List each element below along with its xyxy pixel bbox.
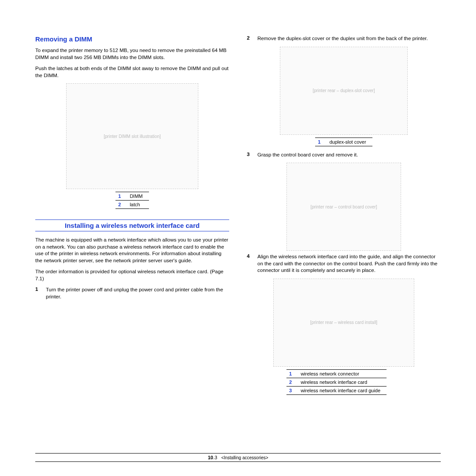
figure-duplex-cover: [printer rear – duplex-slot cover] (247, 47, 441, 135)
callout-num: 1 (115, 192, 127, 201)
callout-table-wireless: 1 wireless network connector 2 wireless … (286, 369, 387, 395)
figure-control-board: [printer rear – control board cover] (247, 163, 441, 251)
callout-num: 3 (286, 386, 298, 394)
printer-dimm-illustration: [printer DIMM slot illustration] (66, 83, 198, 189)
callout-label: latch (127, 201, 149, 209)
callout-table-duplex: 1 duplex-slot cover (315, 138, 372, 146)
heading-removing-dimm: Removing a DIMM (35, 35, 229, 43)
callout-num: 2 (115, 201, 127, 209)
table-row: 1 duplex-slot cover (315, 138, 372, 146)
printer-duplex-illustration: [printer rear – duplex-slot cover] (280, 47, 408, 135)
table-row: 3 wireless network interface card guide (286, 386, 387, 394)
table-row: 1 wireless network connector (286, 369, 387, 378)
callout-num: 2 (286, 378, 298, 386)
page-number-major: 10 (208, 455, 213, 460)
step-2: 2 Remove the duplex-slot cover or the du… (247, 35, 441, 42)
callout-label: wireless network interface card guide (298, 386, 387, 394)
printer-control-board-illustration: [printer rear – control board cover] (286, 163, 401, 251)
callout-label: wireless network interface card (298, 378, 387, 386)
para-install-1: The machine is equipped with a network i… (35, 237, 229, 264)
figure-dimm: [printer DIMM slot illustration] (35, 83, 229, 189)
step-number: 2 (247, 35, 251, 42)
callout-table-dimm: 1 DIMM 2 latch (115, 192, 149, 209)
para-install-2: The order information is provided for op… (35, 268, 229, 282)
step-text: Align the wireless network interface car… (257, 253, 441, 274)
step-number: 4 (247, 253, 251, 274)
page-footer: 10.3 <Installing accessories> (35, 453, 441, 462)
step-number: 3 (247, 152, 251, 159)
callout-label: duplex-slot cover (327, 138, 372, 146)
callout-label: wireless network connector (298, 369, 387, 378)
step-text: Remove the duplex-slot cover or the dupl… (257, 35, 441, 42)
callout-num: 1 (286, 369, 298, 378)
callout-num: 1 (315, 138, 327, 146)
table-row: 2 latch (115, 201, 149, 209)
table-row: 2 wireless network interface card (286, 378, 387, 386)
para-remove-1: To expand the printer memory to 512 MB, … (35, 47, 229, 61)
page-number-minor: .3 (213, 455, 217, 460)
printer-wireless-card-illustration: [printer rear – wireless card install] (273, 279, 414, 367)
table-row: 1 DIMM (115, 192, 149, 201)
figure-wireless-card: [printer rear – wireless card install] (247, 279, 441, 367)
step-4: 4 Align the wireless network interface c… (247, 253, 441, 274)
para-remove-2: Push the latches at both ends of the DIM… (35, 65, 229, 79)
step-3: 3 Grasp the control board cover and remo… (247, 152, 441, 159)
step-number: 1 (35, 286, 40, 300)
heading-install-wireless: Installing a wireless network interface … (35, 219, 229, 231)
right-column: 2 Remove the duplex-slot cover or the du… (247, 35, 441, 400)
callout-label: DIMM (127, 192, 149, 201)
breadcrumb: <Installing accessories> (221, 455, 268, 460)
step-text: Turn the printer power off and unplug th… (46, 286, 229, 300)
step-1: 1 Turn the printer power off and unplug … (35, 286, 229, 300)
left-column: Removing a DIMM To expand the printer me… (35, 35, 229, 400)
step-text: Grasp the control board cover and remove… (257, 152, 441, 159)
